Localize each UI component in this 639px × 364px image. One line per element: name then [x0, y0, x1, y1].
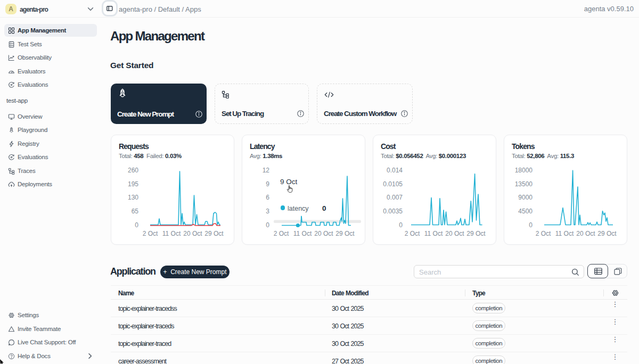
svg-text:0: 0: [135, 221, 138, 229]
svg-text:29 Oct: 29 Oct: [597, 230, 617, 237]
svg-text:11 Oct: 11 Oct: [162, 230, 181, 237]
svg-text:29 Oct: 29 Oct: [335, 230, 355, 237]
svg-text:11 Oct: 11 Oct: [555, 230, 574, 237]
svg-text:2 Oct: 2 Oct: [405, 230, 420, 237]
svg-text:11 Oct: 11 Oct: [293, 230, 312, 237]
svg-text:20 Oct: 20 Oct: [445, 230, 464, 237]
svg-text:0.007: 0.007: [387, 194, 403, 201]
svg-text:29 Oct: 29 Oct: [466, 230, 486, 237]
svg-text:9: 9: [266, 180, 269, 188]
svg-text:0.014: 0.014: [387, 167, 403, 174]
svg-text:29 Oct: 29 Oct: [204, 230, 224, 237]
svg-text:0.0105: 0.0105: [383, 180, 403, 188]
svg-text:6: 6: [266, 194, 269, 201]
svg-text:12: 12: [263, 167, 270, 174]
svg-text:18000: 18000: [515, 167, 533, 174]
svg-text:3: 3: [266, 208, 269, 215]
svg-text:20 Oct: 20 Oct: [576, 230, 595, 237]
svg-text:65: 65: [132, 208, 139, 215]
svg-text:20 Oct: 20 Oct: [314, 230, 333, 237]
svg-text:2 Oct: 2 Oct: [143, 230, 158, 237]
svg-text:195: 195: [128, 180, 138, 188]
svg-text:260: 260: [128, 167, 138, 174]
svg-text:0: 0: [399, 221, 403, 229]
svg-text:130: 130: [128, 194, 138, 201]
svg-text:11 Oct: 11 Oct: [424, 230, 443, 237]
svg-text:13500: 13500: [515, 180, 533, 188]
svg-text:0: 0: [266, 221, 269, 229]
svg-text:2 Oct: 2 Oct: [536, 230, 551, 237]
svg-text:0.0035: 0.0035: [383, 208, 403, 215]
svg-text:20 Oct: 20 Oct: [183, 230, 202, 237]
svg-text:9000: 9000: [518, 194, 532, 201]
svg-text:4500: 4500: [518, 208, 532, 215]
svg-text:0: 0: [529, 221, 532, 229]
svg-text:2 Oct: 2 Oct: [274, 230, 289, 237]
